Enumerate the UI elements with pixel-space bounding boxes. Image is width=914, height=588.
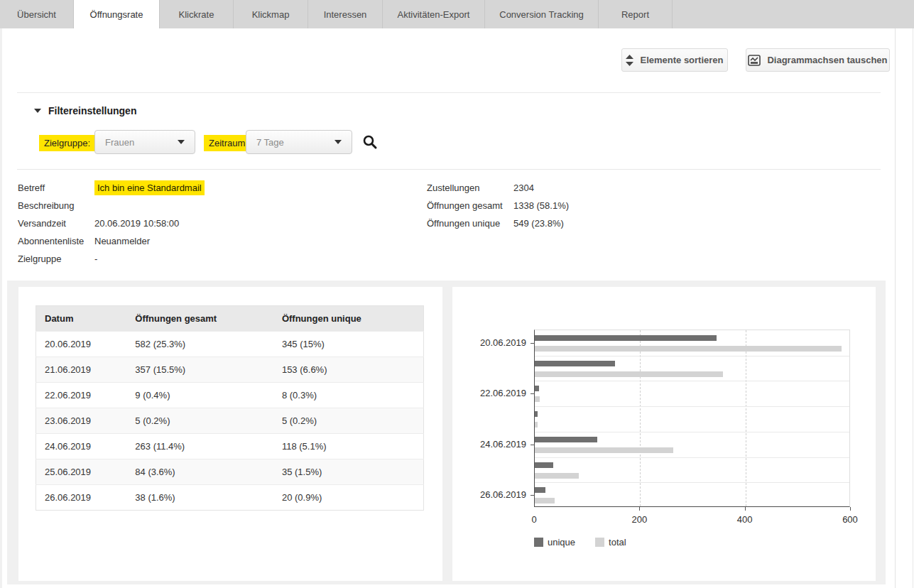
y-axis-tick (531, 343, 535, 344)
bar-unique (535, 335, 717, 341)
swap-chart-axes-button[interactable]: Diagrammachsen tauschen (746, 48, 890, 72)
table-row: 21.06.2019357 (15.5%)153 (6.6%) (36, 357, 424, 383)
x-axis-label: 200 (618, 514, 660, 525)
detail-label: Abonnentenliste (18, 232, 94, 250)
legend-swatch-total (595, 538, 604, 547)
table-header-datum: Datum (36, 306, 127, 332)
filter-label-zielgruppe: Zielgruppe: (39, 135, 95, 151)
detail-label: Zustellungen (427, 179, 513, 197)
chevron-down-icon (334, 140, 342, 144)
legend-label-unique: unique (548, 537, 575, 548)
bar-unique (535, 462, 553, 468)
bar-total (535, 346, 842, 352)
detail-value: Ich bin eine Standardmail (94, 180, 205, 195)
table-cell: 26.06.2019 (36, 485, 127, 511)
tab-conversion-tracking[interactable]: Conversion Tracking (485, 0, 599, 28)
search-button[interactable] (360, 132, 380, 152)
table-cell: 5 (0.2%) (273, 408, 424, 434)
table-cell: 84 (3.6%) (126, 459, 273, 485)
table-header-row: Datum Öffnungen gesamt Öffnungen unique (36, 306, 424, 332)
detail-value: Neuanmelder (94, 232, 150, 250)
detail-row: BetreffIch bin eine Standardmail (18, 179, 205, 197)
zeitraum-dropdown[interactable]: 7 Tage (246, 130, 352, 154)
table-cell: 21.06.2019 (36, 357, 127, 383)
collapse-arrow-icon (34, 109, 41, 113)
table-cell: 5 (0.2%) (126, 408, 273, 434)
section-divider-top (17, 92, 881, 93)
tab-report[interactable]: Report (599, 0, 673, 28)
table-cell: 38 (1.6%) (126, 485, 273, 511)
detail-value: 20.06.2019 10:58:00 (94, 214, 179, 232)
detail-label: Öffnungen unique (427, 214, 513, 232)
group-separator (535, 457, 849, 458)
table-cell: 118 (5.1%) (273, 434, 424, 459)
chart-legend: unique total (534, 537, 626, 548)
table-cell: 263 (11.4%) (126, 434, 273, 459)
chart-plot (534, 330, 850, 507)
group-separator (535, 381, 849, 381)
table-cell: 9 (0.4%) (126, 383, 273, 408)
filter-settings-title: Filtereinstellungen (48, 105, 136, 116)
table-cell: 22.06.2019 (36, 383, 127, 408)
detail-label: Beschreibung (18, 197, 94, 214)
tab-interessen[interactable]: Interessen (308, 0, 383, 28)
bar-total (535, 447, 673, 453)
table-row: 26.06.201938 (1.6%)20 (0.9%) (36, 485, 424, 511)
sort-elements-button[interactable]: Elemente sortieren (621, 48, 728, 72)
bar-total (535, 498, 555, 503)
search-icon (362, 134, 378, 150)
detail-label: Betreff (18, 179, 94, 197)
detail-value: - (94, 250, 97, 268)
table-row: 20.06.2019582 (25.3%)345 (15%) (36, 332, 424, 357)
tab-offnungsrate[interactable]: Öffnungsrate (74, 0, 160, 28)
table-cell: 20 (0.9%) (273, 485, 424, 511)
table-cell: 345 (15%) (273, 332, 424, 357)
gridline (746, 330, 746, 506)
x-axis-tick (639, 507, 640, 511)
table-row: 24.06.2019263 (11.4%)118 (5.1%) (36, 434, 424, 459)
y-axis-tick (531, 495, 535, 496)
table-cell: 153 (6.6%) (273, 357, 424, 383)
mail-stats-right: Zustellungen2304Öffnungen gesamt1338 (58… (427, 179, 569, 232)
tab-aktivitaten-export[interactable]: Aktivitäten-Export (383, 0, 485, 28)
legend-item-total: total (595, 537, 626, 548)
detail-value: 549 (23.8%) (513, 214, 564, 232)
y-axis-label: 26.06.2019 (452, 489, 526, 500)
detail-row: Öffnungen unique549 (23.8%) (427, 214, 569, 232)
group-separator (535, 356, 849, 356)
bar-unique (535, 361, 615, 366)
table-cell: 357 (15.5%) (126, 357, 273, 383)
mail-details-left: BetreffIch bin eine StandardmailBeschrei… (18, 179, 205, 268)
tab-bar: ÜbersichtÖffnungsrateKlickrateKlickmapIn… (0, 0, 914, 28)
tab-klickrate[interactable]: Klickrate (160, 0, 234, 28)
detail-row: Öffnungen gesamt1338 (58.1%) (427, 197, 569, 214)
bar-unique (535, 487, 545, 493)
opens-chart: unique total 20.06.201922.06.201924.06.2… (452, 287, 876, 581)
line-chart-icon (748, 55, 761, 66)
table-cell: 20.06.2019 (36, 332, 127, 357)
filter-settings-header[interactable]: Filtereinstellungen (34, 105, 136, 116)
detail-row: Zustellungen2304 (427, 179, 569, 197)
table-cell: 25.06.2019 (36, 459, 127, 485)
detail-label: Zielgruppe (18, 250, 94, 268)
gridline (640, 330, 641, 506)
opens-chart-card: unique total 20.06.201922.06.201924.06.2… (452, 287, 876, 581)
y-axis-tick (531, 393, 535, 394)
legend-item-unique: unique (534, 537, 575, 548)
bar-total (535, 396, 540, 402)
y-axis-tick (531, 445, 535, 445)
table-header-unique: Öffnungen unique (273, 306, 424, 332)
x-axis-label: 400 (724, 514, 766, 525)
detail-row: Beschreibung (18, 197, 205, 214)
report-section: Datum Öffnungen gesamt Öffnungen unique … (7, 281, 886, 584)
zielgruppe-dropdown[interactable]: Frauen (94, 130, 195, 154)
detail-value: 2304 (513, 179, 534, 197)
sort-elements-label: Elemente sortieren (640, 55, 723, 65)
tab-ubersicht[interactable]: Übersicht (0, 0, 74, 28)
right-edge-line (913, 28, 913, 588)
table-cell: 23.06.2019 (36, 408, 127, 434)
table-cell: 24.06.2019 (36, 434, 127, 459)
y-axis-label: 20.06.2019 (452, 337, 526, 348)
tab-klickmap[interactable]: Klickmap (234, 0, 308, 28)
x-axis-label: 0 (513, 514, 555, 525)
